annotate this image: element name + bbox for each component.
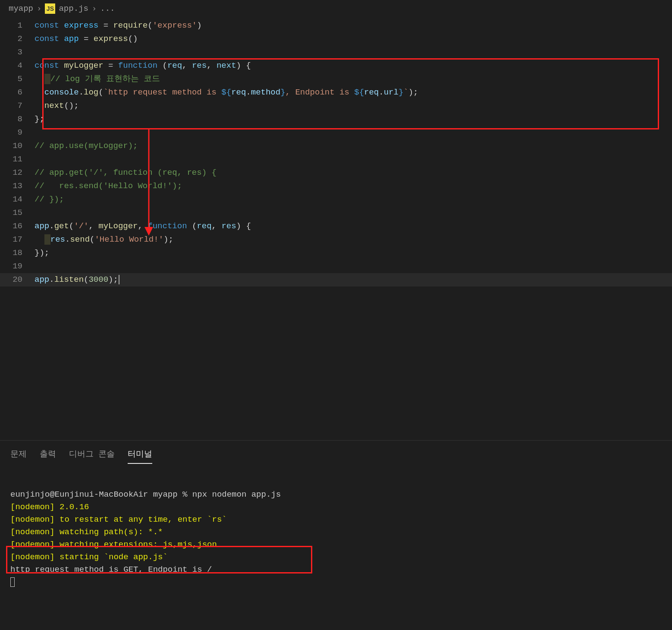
code-line: 15	[0, 206, 672, 220]
code-line: 8};	[0, 113, 672, 126]
terminal-line: [nodemon] watching extensions: js,mjs,js…	[10, 540, 217, 549]
breadcrumb-file[interactable]: app.js	[59, 4, 88, 13]
panel-tabs: 문제 출력 디버그 콘솔 터미널	[0, 441, 672, 464]
line-number: 13	[0, 180, 35, 193]
code-line: 9	[0, 126, 672, 139]
terminal-prompt: eunjinjo@Eunjinui-MacBookAir myapp % npx…	[10, 490, 281, 499]
terminal-line: [nodemon] 2.0.16	[10, 502, 89, 512]
line-number: 17	[0, 233, 35, 246]
code-line: 7 next();	[0, 99, 672, 113]
chevron-right-icon: ›	[37, 4, 41, 13]
chevron-right-icon: ›	[92, 4, 97, 13]
code-line: 10// app.use(myLogger);	[0, 139, 672, 153]
line-number: 14	[0, 193, 35, 206]
js-file-icon: JS	[45, 3, 55, 14]
code-line: 12// app.get('/', function (req, res) {	[0, 166, 672, 180]
line-number: 19	[0, 260, 35, 273]
breadcrumb: myapp › JS app.js › ...	[0, 0, 672, 16]
code-line: 5 // log 기록 표현하는 코드	[0, 72, 672, 86]
text-cursor	[119, 275, 119, 284]
tab-terminal[interactable]: 터미널	[128, 448, 152, 464]
tab-debug-console[interactable]: 디버그 콘솔	[69, 448, 115, 464]
breadcrumb-more[interactable]: ...	[100, 4, 115, 13]
line-number: 2	[0, 32, 35, 46]
code-line: 3	[0, 46, 672, 59]
terminal-cursor	[10, 577, 15, 587]
terminal-line: [nodemon] to restart at any time, enter …	[10, 515, 227, 524]
line-number: 6	[0, 86, 35, 99]
terminal-line: [nodemon] starting `node app.js`	[10, 552, 168, 562]
line-number: 8	[0, 113, 35, 126]
line-number: 10	[0, 139, 35, 153]
fold-indent-guide	[44, 234, 50, 245]
breadcrumb-root[interactable]: myapp	[9, 4, 33, 13]
terminal-line: http request method is GET, Endpoint is …	[10, 565, 212, 574]
code-line: 4const myLogger = function (req, res, ne…	[0, 59, 672, 72]
code-line: 18});	[0, 246, 672, 260]
terminal-output[interactable]: eunjinjo@Eunjinui-MacBookAir myapp % npx…	[0, 464, 672, 626]
code-line: 13// res.send('Hello World!');	[0, 180, 672, 193]
line-number: 5	[0, 72, 35, 86]
code-line: 6 console.log(`http request method is ${…	[0, 86, 672, 99]
code-line: 1const express = require('express')	[0, 19, 672, 32]
line-number: 4	[0, 59, 35, 72]
line-number: 12	[0, 166, 35, 180]
line-number: 11	[0, 153, 35, 166]
code-line: 20app.listen(3000);	[0, 273, 672, 287]
line-number: 18	[0, 246, 35, 260]
line-number: 15	[0, 206, 35, 220]
code-line: 14// });	[0, 193, 672, 206]
line-number: 3	[0, 46, 35, 59]
line-number: 16	[0, 220, 35, 233]
line-number: 20	[0, 273, 35, 287]
fold-indent-guide	[44, 74, 50, 84]
code-editor[interactable]: 1const express = require('express') 2con…	[0, 16, 672, 287]
code-line: 16app.get('/', myLogger, function (req, …	[0, 220, 672, 233]
tab-output[interactable]: 출력	[40, 448, 56, 464]
tab-problems[interactable]: 문제	[10, 448, 27, 464]
line-number: 9	[0, 126, 35, 139]
code-line: 11	[0, 153, 672, 166]
line-number: 7	[0, 99, 35, 113]
integrated-panel: 문제 출력 디버그 콘솔 터미널 eunjinjo@Eunjinui-MacBo…	[0, 440, 672, 630]
code-line: 17 res.send('Hello World!');	[0, 233, 672, 246]
line-number: 1	[0, 19, 35, 32]
code-line: 19	[0, 260, 672, 273]
code-line: 2const app = express()	[0, 32, 672, 46]
terminal-line: [nodemon] watching path(s): *.*	[10, 527, 163, 537]
